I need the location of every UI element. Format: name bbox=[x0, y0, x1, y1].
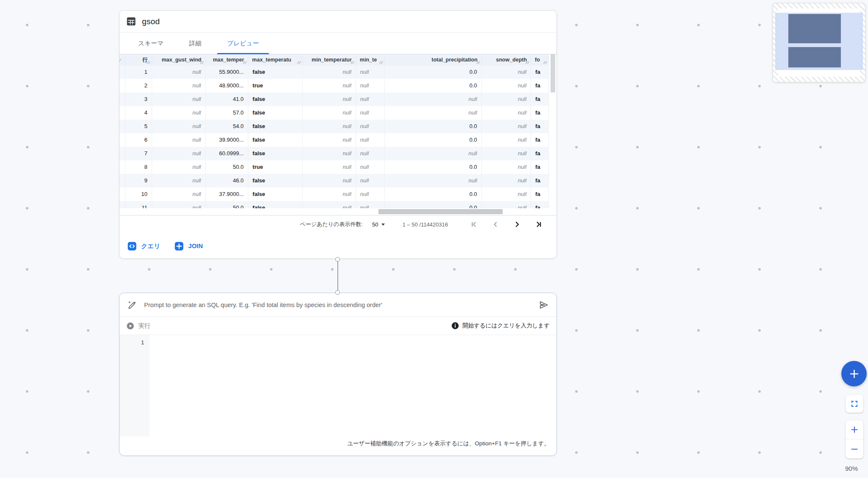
send-icon[interactable] bbox=[539, 300, 549, 310]
minimap-table-card bbox=[788, 14, 841, 43]
column-resize-handle[interactable] bbox=[476, 61, 481, 64]
table-card: gsod スキーマ詳細プレビュー 行max_gust_windmax_tempe… bbox=[119, 10, 557, 259]
editor-code-area[interactable] bbox=[150, 335, 556, 436]
cell-max_gust_wind: null bbox=[152, 160, 206, 174]
cell-row: 1 bbox=[125, 65, 152, 79]
sql-query-card: 実行 開始するにはクエリを入力します 1 ユーザー補助機能のオプション bbox=[119, 293, 557, 456]
column-resize-handle[interactable] bbox=[379, 61, 384, 64]
cell-row: 7 bbox=[125, 147, 152, 160]
column-resize-handle[interactable] bbox=[543, 61, 548, 64]
cell-max_temperature: 39.9000... bbox=[206, 133, 248, 147]
column-resize-handle[interactable] bbox=[243, 61, 247, 64]
tab-2[interactable]: プレビュー bbox=[214, 33, 272, 54]
cell-max_gust_wind: null bbox=[152, 65, 206, 79]
page-size-value: 50 bbox=[372, 221, 378, 228]
cell-clipped: null bbox=[120, 133, 125, 147]
fit-to-screen-button[interactable] bbox=[846, 395, 863, 413]
cell-fog: fa bbox=[531, 65, 549, 79]
minimap[interactable] bbox=[773, 3, 865, 82]
next-page-button[interactable] bbox=[512, 219, 522, 229]
cell-min_temperature: null bbox=[303, 147, 356, 160]
column-resize-handle[interactable] bbox=[147, 61, 151, 64]
connector-node-top[interactable] bbox=[335, 257, 340, 262]
cell-total_precipitation: 0.0 bbox=[385, 160, 482, 174]
column-resize-handle[interactable] bbox=[297, 61, 301, 64]
cell-total_precipitation: 0.0 bbox=[385, 201, 482, 208]
cell-max_gust_wind: null bbox=[152, 106, 206, 120]
zoom-level-label: 90% bbox=[845, 465, 858, 472]
cell-fog: fa bbox=[531, 133, 549, 147]
join-button[interactable]: JOIN bbox=[175, 242, 203, 251]
cell-fog: fa bbox=[531, 106, 549, 120]
tab-bar: スキーマ詳細プレビュー bbox=[120, 33, 556, 54]
cell-max_temperature: 54.0 bbox=[206, 120, 248, 133]
vertical-scrollbar-thumb[interactable] bbox=[551, 54, 555, 92]
tab-0[interactable]: スキーマ bbox=[125, 33, 176, 54]
cell-min_temperature_explicit: null bbox=[356, 174, 385, 187]
cell-max_temperature_explicit: false bbox=[248, 187, 303, 201]
connector-node-bottom[interactable] bbox=[335, 290, 340, 295]
zoom-in-button[interactable] bbox=[846, 420, 863, 439]
sql-editor[interactable]: 1 bbox=[120, 335, 556, 436]
previous-page-button[interactable] bbox=[490, 219, 501, 229]
cell-fog: fa bbox=[531, 160, 549, 174]
cell-total_precipitation: 0.0 bbox=[385, 79, 482, 92]
cell-max_temperature_explicit: false bbox=[248, 65, 303, 79]
column-resize-handle[interactable] bbox=[351, 61, 355, 64]
table-row: null5null54.0falsenullnull0.0nullfa bbox=[120, 120, 549, 133]
preview-table: 行max_gust_windmax_tempermax_temperatumin… bbox=[120, 54, 556, 208]
cell-clipped: null bbox=[120, 187, 125, 201]
join-button-label: JOIN bbox=[188, 243, 203, 249]
play-circle-icon bbox=[126, 322, 134, 330]
first-page-button[interactable] bbox=[469, 219, 479, 229]
cell-total_precipitation: 0.0 bbox=[385, 187, 482, 201]
cell-min_temperature: null bbox=[303, 106, 356, 120]
cell-row: 10 bbox=[125, 187, 152, 201]
table-row: null10null37.9000...falsenullnull0.0null… bbox=[120, 187, 549, 201]
cell-max_temperature: 57.0 bbox=[206, 106, 248, 120]
table-row: null2null48.9000...truenullnull0.0nullfa bbox=[120, 79, 549, 92]
tab-1[interactable]: 詳細 bbox=[176, 33, 214, 54]
cell-max_gust_wind: null bbox=[152, 174, 206, 187]
chevron-down-icon bbox=[381, 224, 385, 226]
cell-max_temperature: 48.9000... bbox=[206, 79, 248, 92]
fullscreen-icon bbox=[850, 400, 859, 408]
cell-min_temperature: null bbox=[303, 133, 356, 147]
query-button[interactable]: クエリ bbox=[128, 242, 160, 251]
last-page-button[interactable] bbox=[534, 219, 544, 229]
editor-toolbar: 実行 開始するにはクエリを入力します bbox=[120, 317, 556, 335]
cell-total_precipitation: 0.0 bbox=[385, 120, 482, 133]
cell-fog: fa bbox=[531, 147, 549, 160]
table-card-header: gsod bbox=[120, 11, 556, 33]
horizontal-scrollbar[interactable] bbox=[120, 208, 556, 215]
cell-row: 11 bbox=[125, 201, 152, 208]
cell-max_temperature_explicit: true bbox=[248, 160, 303, 174]
page-size-dropdown[interactable]: 50 bbox=[372, 221, 384, 228]
cell-row: 3 bbox=[125, 92, 152, 106]
cell-max_temperature: 60.0999... bbox=[206, 147, 248, 160]
column-resize-handle[interactable] bbox=[200, 61, 204, 64]
add-node-button[interactable] bbox=[841, 361, 867, 386]
cell-min_temperature_explicit: null bbox=[356, 160, 385, 174]
cell-min_temperature_explicit: null bbox=[356, 106, 385, 120]
vertical-scrollbar[interactable] bbox=[551, 54, 555, 208]
table-row: null11null50.0falsenullnull0.0nullfa bbox=[120, 201, 549, 208]
horizontal-scrollbar-thumb[interactable] bbox=[378, 209, 503, 214]
page-title: gsod bbox=[142, 17, 160, 26]
run-button[interactable]: 実行 bbox=[126, 322, 150, 330]
column-resize-handle[interactable] bbox=[120, 58, 122, 62]
cell-min_temperature: null bbox=[303, 65, 356, 79]
canvas-background[interactable]: gsod スキーマ詳細プレビュー 行max_gust_windmax_tempe… bbox=[0, 0, 868, 478]
table-row: null9null46.0falsenullnullnullnullfa bbox=[120, 174, 549, 187]
column-resize-handle[interactable] bbox=[526, 61, 530, 64]
sql-prompt-input[interactable] bbox=[143, 301, 532, 309]
cell-row: 4 bbox=[125, 106, 152, 120]
cell-row: 8 bbox=[125, 160, 152, 174]
column-header-max_gust_wind: max_gust_wind bbox=[152, 54, 206, 65]
column-header-row: 行 bbox=[125, 54, 152, 65]
zoom-out-button[interactable] bbox=[846, 439, 863, 458]
table-row: null8null50.0truenullnull0.0nullfa bbox=[120, 160, 549, 174]
table-row: null1null55.9000...falsenullnull0.0nullf… bbox=[120, 65, 549, 79]
pen-spark-icon bbox=[127, 300, 137, 310]
cell-fog: fa bbox=[531, 92, 549, 106]
